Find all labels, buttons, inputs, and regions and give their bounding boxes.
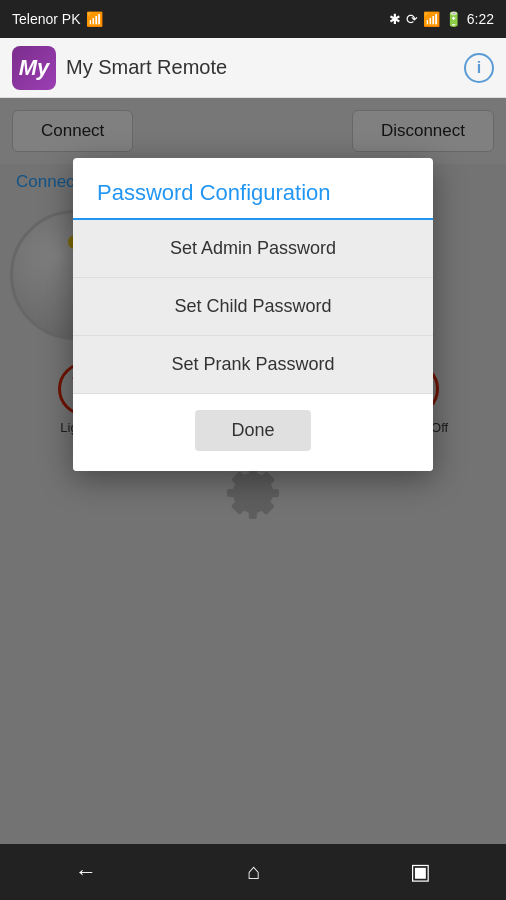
dialog-title: Password Configuration [73, 158, 433, 220]
set-child-password-button[interactable]: Set Child Password [73, 278, 433, 336]
app-bar: My My Smart Remote i [0, 38, 506, 98]
app-logo: My [12, 46, 56, 90]
done-button[interactable]: Done [195, 410, 310, 451]
rotate-icon: ⟳ [406, 11, 418, 27]
main-content: Connect Disconnect Connected MY SMART RE… [0, 98, 506, 844]
back-button[interactable]: ← [55, 851, 117, 893]
set-prank-password-button[interactable]: Set Prank Password [73, 336, 433, 394]
nav-bar: ← ⌂ ▣ [0, 844, 506, 900]
set-admin-password-button[interactable]: Set Admin Password [73, 220, 433, 278]
dialog-options: Set Admin Password Set Child Password Se… [73, 220, 433, 394]
info-icon-button[interactable]: i [464, 53, 494, 83]
battery-icon: 🔋 [445, 11, 462, 27]
recents-button[interactable]: ▣ [390, 851, 451, 893]
status-bar: Telenor PK 📶 ✱ ⟳ 📶 🔋 6:22 [0, 0, 506, 38]
carrier-info: Telenor PK 📶 [12, 11, 103, 27]
status-icons: ✱ ⟳ 📶 🔋 6:22 [389, 11, 494, 27]
app-bar-left: My My Smart Remote [12, 46, 227, 90]
time-display: 6:22 [467, 11, 494, 27]
home-button[interactable]: ⌂ [227, 851, 280, 893]
dialog-overlay: Password Configuration Set Admin Passwor… [0, 98, 506, 844]
sim-icon: 📶 [86, 11, 103, 27]
wifi-icon: 📶 [423, 11, 440, 27]
dialog-actions: Done [73, 394, 433, 471]
password-config-dialog: Password Configuration Set Admin Passwor… [73, 158, 433, 471]
bluetooth-icon: ✱ [389, 11, 401, 27]
app-title: My Smart Remote [66, 56, 227, 79]
carrier-name: Telenor PK [12, 11, 80, 27]
